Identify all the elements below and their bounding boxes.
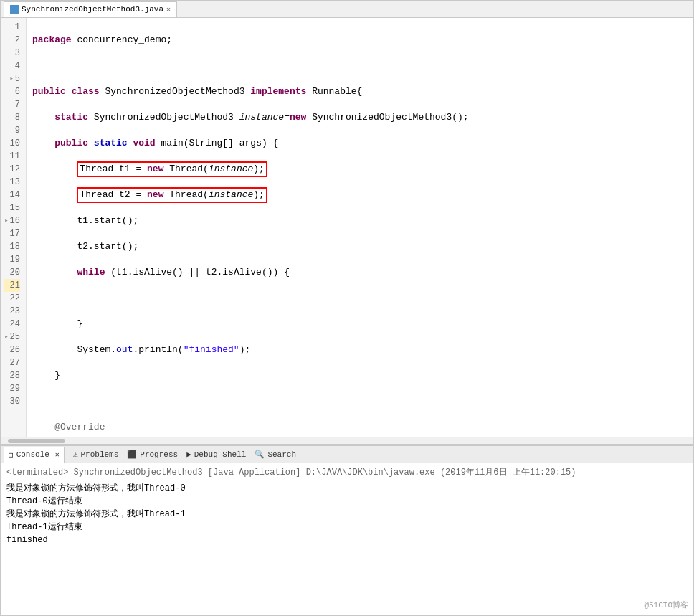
tab-problems[interactable]: ⚠ Problems — [73, 447, 118, 463]
problems-tab-label: Problems — [81, 450, 119, 459]
debug-shell-icon: ▶ — [186, 450, 191, 459]
console-tab-bar: ⊟ Console ✕ ⚠ Problems ⬛ Progress ▶ Debu… — [1, 446, 693, 463]
console-output-line-3: 我是对象锁的方法修饰符形式，我叫Thread-1 — [6, 508, 688, 521]
tab-debug-shell[interactable]: ▶ Debug Shell — [186, 447, 246, 463]
problems-icon: ⚠ — [73, 450, 78, 459]
console-icon: ⊟ — [9, 450, 14, 460]
console-tab-close[interactable]: ✕ — [55, 450, 60, 459]
progress-icon: ⬛ — [127, 450, 137, 459]
console-tab-label: Console — [16, 450, 49, 459]
tab-icon — [10, 5, 19, 14]
tab-filename: SynchronizedObjectMethod3.java — [22, 5, 163, 14]
search-icon: 🔍 — [255, 450, 265, 459]
console-terminated-line: <terminated> SynchronizedObjectMethod3 [… — [6, 466, 688, 479]
console-output-line-5: finished — [6, 534, 688, 546]
tab-search[interactable]: 🔍 Search — [255, 447, 296, 463]
line-numbers: 1 2 3 4 ▸5 6 7 8 9 10 11 12 13 14 15 ▸16… — [1, 18, 27, 437]
console-output-line-4: Thread-1运行结束 — [6, 521, 688, 534]
console-container: ⊟ Console ✕ ⚠ Problems ⬛ Progress ▶ Debu… — [0, 445, 694, 616]
scrollbar-horizontal[interactable] — [1, 437, 693, 444]
tab-item[interactable]: SynchronizedObjectMethod3.java ✕ — [4, 1, 177, 17]
search-tab-label: Search — [267, 450, 296, 459]
tab-close[interactable]: ✕ — [166, 5, 171, 14]
code-area: 1 2 3 4 ▸5 6 7 8 9 10 11 12 13 14 15 ▸16… — [1, 18, 693, 437]
console-content[interactable]: <terminated> SynchronizedObjectMethod3 [… — [1, 463, 693, 615]
console-output-line-2: Thread-0运行结束 — [6, 495, 688, 508]
console-output-line-1: 我是对象锁的方法修饰符形式，我叫Thread-0 — [6, 482, 688, 495]
debug-shell-tab-label: Debug Shell — [194, 450, 247, 459]
code-content[interactable]: package concurrency_demo; public class S… — [27, 18, 693, 437]
tab-console[interactable]: ⊟ Console ✕ — [4, 447, 65, 463]
editor-container: SynchronizedObjectMethod3.java ✕ 1 2 3 4… — [0, 0, 694, 445]
tab-progress[interactable]: ⬛ Progress — [127, 447, 178, 463]
tab-bar: SynchronizedObjectMethod3.java ✕ — [1, 1, 693, 18]
watermark: @51CTO博客 — [644, 600, 688, 610]
progress-tab-label: Progress — [140, 450, 178, 459]
